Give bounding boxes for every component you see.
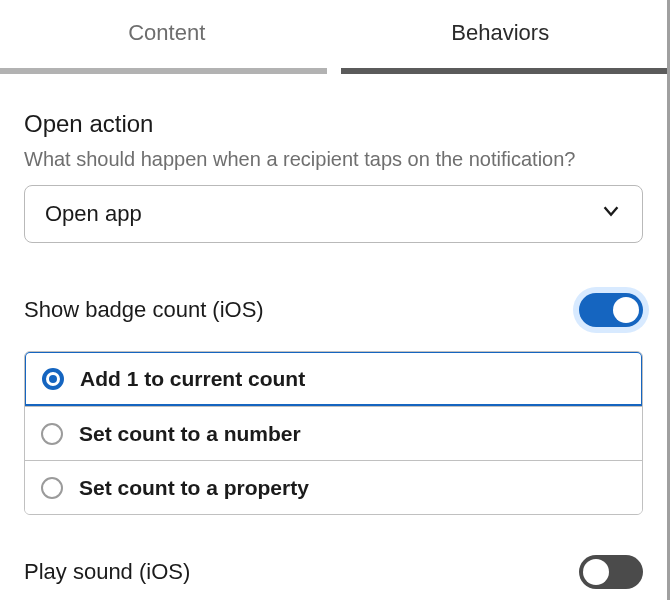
play-sound-row: Play sound (iOS) — [24, 555, 643, 589]
radio-unselected-icon — [41, 477, 63, 499]
badge-option-add-1[interactable]: Add 1 to current count — [24, 351, 643, 406]
open-action-title: Open action — [24, 110, 643, 138]
badge-option-set-number[interactable]: Set count to a number — [25, 406, 642, 460]
radio-unselected-icon — [41, 423, 63, 445]
tab-underline — [0, 68, 667, 74]
show-badge-label: Show badge count (iOS) — [24, 297, 264, 323]
tab-content[interactable]: Content — [0, 0, 334, 68]
open-action-select[interactable]: Open app — [24, 185, 643, 243]
tab-behaviors[interactable]: Behaviors — [334, 0, 668, 68]
tabs: Content Behaviors — [0, 0, 667, 68]
open-action-selected-value: Open app — [45, 201, 142, 227]
show-badge-toggle[interactable] — [579, 293, 643, 327]
badge-option-label: Set count to a property — [79, 476, 309, 500]
badge-options-list: Add 1 to current count Set count to a nu… — [24, 351, 643, 515]
radio-selected-icon — [42, 368, 64, 390]
play-sound-label: Play sound (iOS) — [24, 559, 190, 585]
open-action-section: Open action What should happen when a re… — [24, 110, 643, 243]
badge-option-label: Add 1 to current count — [80, 367, 305, 391]
show-badge-row: Show badge count (iOS) — [24, 293, 643, 327]
play-sound-toggle[interactable] — [579, 555, 643, 589]
badge-option-set-property[interactable]: Set count to a property — [25, 460, 642, 514]
open-action-subtitle: What should happen when a recipient taps… — [24, 148, 643, 171]
chevron-down-icon — [600, 200, 622, 228]
badge-option-label: Set count to a number — [79, 422, 301, 446]
